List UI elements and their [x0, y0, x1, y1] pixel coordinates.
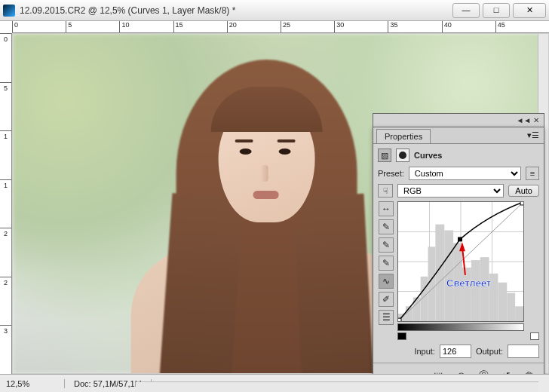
hand-tool-icon[interactable]: ☟ [378, 184, 393, 198]
ruler-tick: 10 [119, 21, 173, 32]
panel-tabs: Properties ▾☰ [373, 127, 544, 144]
panel-menu-icon[interactable]: ▾☰ [527, 130, 539, 140]
ruler-tick: 25 [281, 21, 334, 32]
sampler-icon[interactable]: ↔ [379, 201, 394, 216]
eyedropper-black-icon[interactable]: ✎ [379, 219, 394, 234]
scrollbar-horizontal[interactable] [136, 381, 538, 392]
ruler-tick: 30 [334, 21, 388, 32]
svg-rect-23 [520, 202, 523, 205]
status-bar: 12,5% Doc: 57,1M/57,1M ▶ [0, 374, 549, 392]
output-label: Output: [476, 347, 503, 356]
ruler-horizontal: 0 5 10 15 20 25 30 35 40 45 [12, 21, 549, 33]
zoom-level[interactable]: 12,5% [0, 379, 65, 388]
properties-panel: Properties ▾☰ ▨ Curves Preset: Custom ≡ … [373, 127, 544, 388]
ruler-tick: 1 [0, 179, 11, 228]
document-area: 0 5 10 15 20 25 30 35 40 45 0 5 1 1 2 2 … [0, 21, 549, 374]
curves-tools: ↔ ✎ ✎ ✎ ∿ ✐ ☰ [378, 201, 394, 340]
app-icon [3, 5, 15, 17]
options-icon[interactable]: ☰ [379, 310, 394, 325]
ruler-tick: 15 [173, 21, 227, 32]
input-label: Input: [414, 347, 435, 356]
ruler-tick: 5 [0, 82, 11, 131]
pencil-tool-icon[interactable]: ✐ [379, 292, 394, 307]
svg-rect-15 [471, 260, 480, 321]
black-point-icon[interactable] [397, 332, 406, 340]
curve-tool-icon[interactable]: ∿ [379, 274, 394, 289]
white-point-icon[interactable] [530, 332, 539, 340]
svg-rect-20 [515, 306, 523, 321]
ruler-tick: 1 [0, 130, 11, 179]
auto-button[interactable]: Auto [508, 185, 539, 197]
ruler-tick: 2 [0, 228, 11, 277]
ruler-tick: 5 [66, 21, 119, 32]
tab-properties[interactable]: Properties [376, 129, 431, 143]
gradient-strip [397, 323, 524, 331]
ruler-tick: 45 [495, 21, 549, 32]
svg-rect-18 [498, 283, 507, 321]
mask-icon[interactable] [396, 149, 409, 162]
preset-label: Preset: [378, 169, 404, 178]
eyedropper-gray-icon[interactable]: ✎ [379, 237, 394, 253]
svg-rect-14 [462, 268, 471, 321]
close-button[interactable]: ✕ [513, 3, 546, 18]
channel-select[interactable]: RGB [397, 184, 504, 198]
eyedropper-white-icon[interactable]: ✎ [379, 256, 394, 271]
panel-subheader: ▨ Curves [378, 149, 539, 162]
svg-rect-24 [458, 237, 462, 241]
svg-rect-22 [398, 318, 401, 321]
ruler-vertical: 0 5 1 1 2 2 3 [0, 33, 12, 374]
preset-menu-icon[interactable]: ≡ [526, 167, 539, 180]
ruler-tick: 0 [0, 33, 11, 82]
window-controls: — □ ✕ [452, 3, 546, 18]
curves-graph[interactable]: Светлеет [397, 201, 524, 322]
maximize-button[interactable]: □ [483, 3, 510, 18]
minimize-button[interactable]: — [452, 3, 480, 18]
ruler-tick: 2 [0, 277, 11, 326]
ruler-tick: 0 [12, 21, 66, 32]
ruler-tick: 20 [227, 21, 281, 32]
annotation-text: Светлеет [446, 277, 491, 289]
svg-rect-16 [480, 257, 489, 321]
panel-collapse-bar[interactable]: ◄◄ ✕ [373, 113, 544, 127]
title-bar: 12.09.2015.CR2 @ 12,5% (Curves 1, Layer … [0, 0, 549, 21]
ruler-tick: 40 [442, 21, 495, 32]
ruler-tick: 3 [0, 325, 11, 374]
subheader-label: Curves [414, 151, 442, 160]
svg-rect-10 [428, 247, 436, 321]
input-field[interactable] [440, 345, 471, 358]
curves-icon: ▨ [378, 149, 391, 162]
output-field[interactable] [508, 345, 539, 358]
ruler-tick: 35 [388, 21, 441, 32]
preset-select[interactable]: Custom [409, 167, 521, 180]
window-title: 12.09.2015.CR2 @ 12,5% (Curves 1, Layer … [20, 5, 452, 16]
svg-rect-19 [507, 293, 515, 322]
curves-svg [398, 202, 523, 321]
